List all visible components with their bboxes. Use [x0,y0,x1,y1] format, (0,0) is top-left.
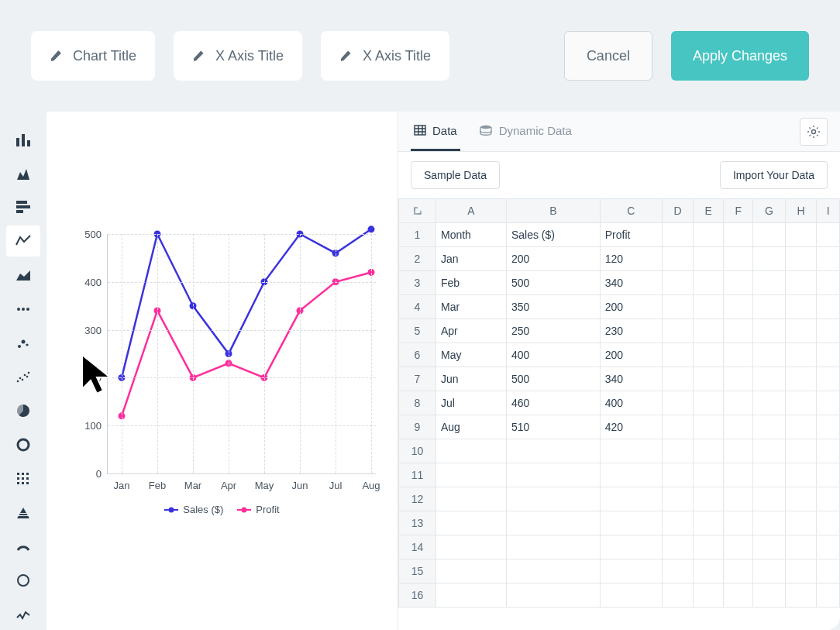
chart-type-ring-icon[interactable] [6,565,40,596]
sheet-cell[interactable] [694,487,724,511]
sheet-cell[interactable]: 120 [600,247,662,271]
sheet-cell[interactable]: Apr [436,319,507,343]
sheet-cell[interactable] [694,511,724,535]
row-header[interactable]: 12 [399,487,436,511]
sheet-cell[interactable] [694,271,724,295]
sheet-cell[interactable]: 420 [600,415,662,439]
sheet-cell[interactable] [753,247,786,271]
sheet-cell[interactable] [753,463,786,487]
row-header[interactable]: 9 [399,415,436,439]
sheet-cell[interactable] [436,487,507,511]
column-header[interactable]: F [724,199,753,223]
sample-data-button[interactable]: Sample Data [411,161,500,189]
sheet-cell[interactable] [694,367,724,391]
sheet-cell[interactable] [817,559,840,584]
sheet-cell[interactable] [817,415,840,439]
sheet-cell[interactable] [753,223,786,247]
sheet-cell[interactable] [817,584,840,608]
row-header[interactable]: 8 [399,391,436,415]
column-header[interactable]: C [600,199,662,223]
sheet-cell[interactable]: Jul [436,391,507,415]
sheet-cell[interactable] [724,391,753,415]
sheet-cell[interactable]: 250 [506,319,600,343]
chart-type-area-icon[interactable] [6,260,40,291]
row-header[interactable]: 11 [399,463,436,487]
chart-type-scatter-icon[interactable] [6,362,40,393]
sheet-cell[interactable] [662,271,693,295]
sheet-cell[interactable]: 510 [506,415,600,439]
row-header[interactable]: 7 [399,367,436,391]
sheet-cell[interactable]: 230 [600,319,662,343]
chart-title-input[interactable]: Chart Title [31,31,155,81]
sheet-cell[interactable] [436,511,507,535]
column-header[interactable]: D [662,199,693,223]
sheet-cell[interactable] [785,511,816,535]
sheet-cell[interactable] [600,439,662,463]
sheet-cell[interactable] [662,439,693,463]
row-header[interactable]: 13 [399,511,436,535]
row-header[interactable]: 2 [399,247,436,271]
sheet-cell[interactable] [600,463,662,487]
sheet-cell[interactable] [724,319,753,343]
import-data-button[interactable]: Import Your Data [720,161,828,189]
sheet-cell[interactable] [694,295,724,319]
chart-type-pyramid-icon[interactable] [6,497,40,528]
sheet-cell[interactable] [662,295,693,319]
sheet-cell[interactable] [785,559,816,584]
sheet-cell[interactable] [724,295,753,319]
chart-type-donut-icon[interactable] [6,429,40,460]
sheet-cell[interactable] [785,463,816,487]
sheet-cell[interactable] [662,415,693,439]
row-header[interactable]: 5 [399,319,436,343]
sheet-cell[interactable] [724,535,753,559]
sheet-cell[interactable] [436,439,507,463]
row-header[interactable]: 3 [399,271,436,295]
sheet-cell[interactable]: 400 [506,343,600,367]
sheet-cell[interactable] [724,439,753,463]
sheet-cell[interactable] [436,463,507,487]
sheet-cell[interactable] [785,367,816,391]
chart-type-hbar-icon[interactable] [6,192,40,223]
sheet-cell[interactable] [662,319,693,343]
sheet-cell[interactable]: 350 [506,295,600,319]
sheet-cell[interactable]: Aug [436,415,507,439]
sheet-cell[interactable] [785,487,816,511]
column-header[interactable]: I [817,199,840,223]
sheet-cell[interactable] [817,439,840,463]
row-header[interactable]: 1 [399,223,436,247]
sheet-cell[interactable] [662,367,693,391]
sheet-cell[interactable] [785,584,816,608]
sheet-cell[interactable] [662,223,693,247]
sheet-cell[interactable] [817,223,840,247]
sheet-cell[interactable] [694,463,724,487]
sheet-cell[interactable] [506,559,600,584]
sheet-cell[interactable] [817,247,840,271]
column-header[interactable]: E [694,199,724,223]
sheet-cell[interactable] [694,439,724,463]
row-header[interactable]: 14 [399,535,436,559]
x-axis-title-input[interactable]: X Axis Title [174,31,302,81]
data-spreadsheet[interactable]: ABCDEFGHI1MonthSales ($)Profit2Jan200120… [398,198,840,608]
sheet-cell[interactable] [436,584,507,608]
sheet-cell[interactable]: 500 [506,271,600,295]
sheet-cell[interactable] [662,343,693,367]
sheet-cell[interactable] [817,463,840,487]
row-header[interactable]: 15 [399,559,436,584]
row-header[interactable]: 6 [399,343,436,367]
sheet-cell[interactable] [753,535,786,559]
sheet-cell[interactable] [785,247,816,271]
sheet-cell[interactable] [506,463,600,487]
sheet-cell[interactable] [506,511,600,535]
sheet-cell[interactable]: 200 [600,343,662,367]
sheet-cell[interactable] [506,535,600,559]
sheet-cell[interactable] [662,559,693,584]
sheet-cell[interactable] [694,319,724,343]
sheet-cell[interactable] [753,511,786,535]
column-header[interactable]: B [506,199,600,223]
sheet-cell[interactable] [785,271,816,295]
sheet-cell[interactable] [506,487,600,511]
sheet-cell[interactable] [785,415,816,439]
sheet-cell[interactable] [753,487,786,511]
column-header[interactable]: A [436,199,507,223]
sheet-cell[interactable] [694,535,724,559]
